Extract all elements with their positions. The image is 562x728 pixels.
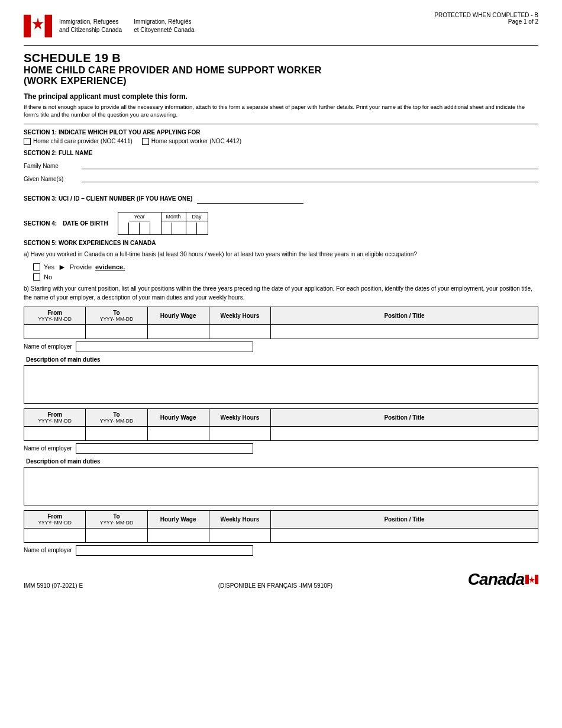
col-position-header-3: Position / Title — [271, 510, 538, 528]
dob-year-header: Year — [130, 212, 150, 221]
section4-label: SECTION 4: — [24, 220, 57, 227]
col-from-header-2: From YYYY- MM-DD — [24, 408, 86, 426]
dob-month-fields — [162, 223, 186, 234]
no-checkbox[interactable] — [33, 273, 40, 281]
section3-label: SECTION 3: UCI / ID – CLIENT NUMBER (if … — [24, 195, 192, 202]
duties-block-2: Description of main duties — [24, 456, 538, 505]
cell-to-1[interactable] — [86, 324, 147, 339]
yes-checkbox[interactable] — [33, 263, 40, 270]
cell-wage-3[interactable] — [147, 528, 209, 542]
childcare-checkbox[interactable] — [24, 138, 31, 145]
given-name-input[interactable] — [82, 173, 538, 182]
col-hours-header-2: Weekly Hours — [209, 408, 270, 426]
col-wage-header-2: Hourly Wage — [147, 408, 209, 426]
logo-area: Immigration, Refugees and Citizenship Ca… — [24, 12, 194, 40]
dob-year-d1[interactable] — [118, 223, 129, 234]
col-hours-header-3: Weekly Hours — [209, 510, 270, 528]
cell-position-1[interactable] — [271, 324, 538, 339]
cell-to-3[interactable] — [86, 528, 147, 542]
duties-input-2[interactable] — [24, 467, 538, 505]
section4-row: SECTION 4: DATE OF BIRTH Year Month Day — [24, 212, 538, 235]
given-name-label: Given Name(s) — [24, 176, 77, 182]
table-row-2a[interactable] — [24, 426, 538, 440]
section1-divider — [24, 124, 538, 124]
french-availability: (DISPONIBLE EN FRANÇAIS -IMM 5910F) — [218, 582, 332, 589]
employer-label-1: Name of employer — [24, 343, 72, 350]
dob-year-fields — [118, 223, 161, 234]
page-header: Immigration, Refugees and Citizenship Ca… — [24, 12, 538, 40]
cell-wage-2[interactable] — [147, 426, 209, 440]
given-name-row: Given Name(s) — [24, 173, 538, 182]
homesupport-label: Home support worker (NOC 4412) — [151, 138, 241, 144]
section1-label: SECTION 1: INDICATE WHICH PILOT YOU ARE … — [24, 129, 538, 136]
work-table-3: From YYYY- MM-DD To YYYY- MM-DD Hourly W… — [24, 510, 538, 543]
dob-year-d2[interactable] — [129, 223, 140, 234]
section2-label: SECTION 2: FULL NAME — [24, 150, 538, 156]
form-title-block: SCHEDULE 19 B HOME CHILD CARE PROVIDER A… — [24, 51, 538, 86]
cell-to-2[interactable] — [86, 426, 147, 440]
option-childcare[interactable]: Home child care provider (NOC 4411) — [24, 138, 133, 145]
duties-block-1: Description of main duties — [24, 355, 538, 404]
header-divider — [24, 45, 538, 46]
cell-hours-3[interactable] — [209, 528, 270, 542]
table-row-1a[interactable] — [24, 324, 538, 339]
cell-hours-1[interactable] — [209, 324, 270, 339]
protected-label: PROTECTED WHEN COMPLETED - B — [434, 12, 538, 18]
employer-input-3[interactable] — [76, 545, 253, 556]
col-position-header-2: Position / Title — [271, 408, 538, 426]
cell-hours-2[interactable] — [209, 426, 270, 440]
schedule-title-line1: SCHEDULE 19 B — [24, 51, 538, 65]
canada-wordmark: Canad a — [468, 570, 538, 589]
homesupport-checkbox[interactable] — [142, 138, 149, 145]
employer-input-2[interactable] — [76, 443, 253, 454]
employer-row-1: Name of employer — [24, 342, 538, 352]
provide-label: Provide — [70, 263, 92, 270]
employer-input-1[interactable] — [76, 342, 253, 352]
col-hours-header-1: Weekly Hours — [209, 307, 270, 324]
section5-para-a: a) Have you worked in Canada on a full-t… — [24, 250, 538, 259]
dob-year-d3[interactable] — [140, 223, 150, 234]
svg-rect-6 — [535, 575, 538, 584]
dob-day-col: Day — [186, 212, 208, 234]
dob-day-d2[interactable] — [197, 223, 208, 234]
cell-position-3[interactable] — [271, 528, 538, 542]
family-name-input[interactable] — [82, 160, 538, 169]
form-subtitle: The principal applicant must complete th… — [24, 92, 538, 101]
section1-options: Home child care provider (NOC 4411) Home… — [24, 138, 538, 145]
option-homesupport[interactable]: Home support worker (NOC 4412) — [142, 138, 241, 145]
dob-month-d1[interactable] — [162, 223, 172, 234]
dob-day-header: Day — [186, 212, 208, 221]
canada-flag-icon — [24, 12, 52, 40]
cell-wage-1[interactable] — [147, 324, 209, 339]
dob-day-d1[interactable] — [186, 223, 197, 234]
cell-from-2[interactable] — [24, 426, 86, 440]
wordmark-text: Canad — [468, 570, 516, 589]
childcare-label: Home child care provider (NOC 4411) — [33, 138, 133, 144]
arrow-right-icon: ► — [58, 262, 66, 272]
wordmark-flag-icon — [525, 575, 538, 584]
yes-label: Yes — [44, 263, 54, 270]
schedule-title-line3: (WORK EXPERIENCE) — [24, 76, 538, 86]
col-to-header-1: To YYYY- MM-DD — [86, 307, 147, 324]
uci-input[interactable] — [197, 194, 303, 204]
yes-row: Yes ► Provide evidence. — [33, 262, 538, 272]
cell-from-3[interactable] — [24, 528, 86, 542]
protection-info: PROTECTED WHEN COMPLETED - B Page 1 of 2 — [434, 12, 538, 25]
page-number: Page 1 of 2 — [434, 18, 538, 25]
employer-label-3: Name of employer — [24, 547, 72, 553]
col-from-header-3: From YYYY- MM-DD — [24, 510, 86, 528]
dob-year-col: Year — [118, 212, 161, 234]
dob-month-d2[interactable] — [172, 223, 183, 234]
employer-row-3: Name of employer — [24, 545, 538, 556]
col-wage-header-1: Hourly Wage — [147, 307, 209, 324]
cell-from-1[interactable] — [24, 324, 86, 339]
cell-position-2[interactable] — [271, 426, 538, 440]
duties-input-1[interactable] — [24, 365, 538, 404]
col-to-header-3: To YYYY- MM-DD — [86, 510, 147, 528]
dob-year-d4[interactable] — [150, 223, 161, 234]
no-row: No — [33, 273, 538, 281]
family-name-row: Family Name — [24, 160, 538, 169]
table-row-3a[interactable] — [24, 528, 538, 542]
dob-month-header: Month — [162, 212, 186, 221]
form-number: IMM 5910 (07-2021) E — [24, 582, 83, 589]
